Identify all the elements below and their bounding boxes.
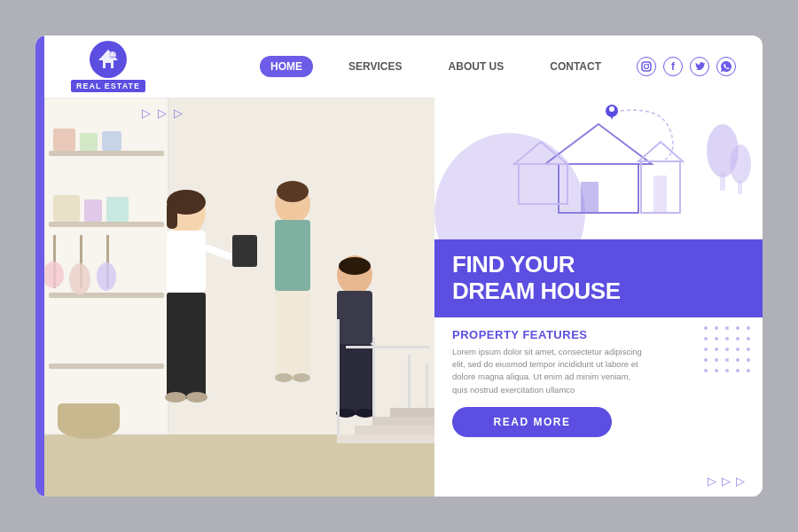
svg-rect-20 [84,200,102,222]
svg-point-8 [648,64,649,65]
svg-rect-60 [390,408,434,417]
dot [736,337,739,340]
svg-rect-48 [337,344,372,415]
svg-point-26 [69,263,90,295]
lorem-text: Lorem ipsum dolor sit amet, consectetur … [452,346,647,396]
dot [715,337,718,340]
svg-rect-59 [372,417,434,426]
property-title: PROPERTY FEATURES [452,328,745,341]
hero-photo [35,98,434,497]
dot [704,337,708,340]
nav-about[interactable]: ABOUT US [438,56,515,77]
svg-rect-53 [337,319,340,434]
dots-grid [704,326,754,376]
svg-rect-58 [355,426,434,434]
svg-rect-36 [167,202,177,229]
main-card: REAL ESTATE HOME SERVICES ABOUT US CONTA… [35,35,763,497]
svg-rect-12 [49,151,164,156]
svg-point-44 [275,373,293,382]
dot [747,348,750,351]
dot [725,337,729,340]
svg-point-72 [730,145,751,184]
svg-rect-21 [106,197,129,222]
dot [747,326,750,330]
svg-rect-14 [49,293,164,298]
dot [715,369,718,372]
svg-rect-47 [337,291,372,344]
purple-banner: FIND YOUR DREAM HOUSE [434,239,763,317]
svg-rect-31 [167,231,206,293]
svg-rect-41 [275,291,310,379]
headline: FIND YOUR DREAM HOUSE [452,252,745,305]
svg-rect-52 [346,346,430,348]
left-accent-bar [35,35,44,497]
bottom-arrow-2: ▷ [722,474,731,488]
illustration-area [434,98,763,239]
dot [747,369,750,372]
dot [736,369,739,372]
bottom-arrow-3: ▷ [736,474,745,488]
dot [704,358,708,362]
svg-point-37 [165,392,186,403]
svg-rect-32 [167,293,206,399]
dot [725,348,729,351]
content-area: PROPERTY FEATURES Lorem ipsum dolor sit … [434,317,763,497]
svg-point-49 [339,257,371,275]
svg-rect-13 [49,222,164,227]
svg-rect-17 [80,133,98,151]
svg-rect-73 [738,181,742,194]
top-arrows: ▷ ▷ ▷ [142,106,183,120]
dot [725,369,729,372]
svg-point-51 [356,409,375,418]
headline-line2: DREAM HOUSE [452,278,621,304]
svg-point-7 [645,65,649,69]
dot [704,369,708,372]
social-icons: f [637,57,736,76]
dot [725,358,729,362]
dot [715,326,718,330]
headline-line1: FIND YOUR [452,251,575,278]
svg-rect-43 [284,184,301,193]
bottom-arrow-1: ▷ [708,474,716,488]
twitter-icon[interactable] [690,57,709,76]
svg-point-76 [609,106,614,112]
nav-contact[interactable]: CONTACT [539,56,612,77]
arrow-3: ▷ [174,106,183,120]
dot [715,358,718,362]
svg-rect-69 [653,176,667,213]
dot [747,337,750,340]
svg-rect-34 [232,235,257,267]
dot [715,348,718,351]
right-section: FIND YOUR DREAM HOUSE PROPERTY FEATURES … [434,98,763,497]
read-more-button[interactable]: READ MORE [452,407,612,437]
svg-point-45 [293,373,310,382]
header: REAL ESTATE HOME SERVICES ABOUT US CONTA… [35,35,763,98]
svg-point-25 [43,262,64,288]
dot [725,326,729,330]
logo-icon [90,41,127,78]
instagram-icon[interactable] [637,57,656,76]
whatsapp-icon[interactable] [716,57,736,76]
main-content: ▷ ▷ ▷ [35,98,763,497]
logo: REAL ESTATE [71,41,145,92]
main-nav: HOME SERVICES ABOUT US CONTACT [260,56,612,77]
svg-point-27 [97,262,116,291]
nav-home[interactable]: HOME [260,56,313,77]
svg-rect-19 [53,195,80,222]
dot [736,358,739,362]
svg-rect-40 [275,220,310,291]
arrow-1: ▷ [142,106,151,120]
photo-section: ▷ ▷ ▷ [35,98,434,497]
svg-point-61 [434,133,585,239]
logo-text: REAL ESTATE [71,80,145,92]
dot [736,348,739,351]
svg-rect-16 [53,129,75,151]
svg-rect-3 [106,63,111,68]
svg-rect-57 [337,434,434,443]
svg-rect-29 [58,403,120,428]
nav-services[interactable]: SERVICES [338,56,412,77]
svg-rect-71 [720,173,725,191]
facebook-icon[interactable]: f [663,57,683,76]
bottom-arrows: ▷ ▷ ▷ [708,474,745,488]
svg-point-38 [186,392,207,403]
